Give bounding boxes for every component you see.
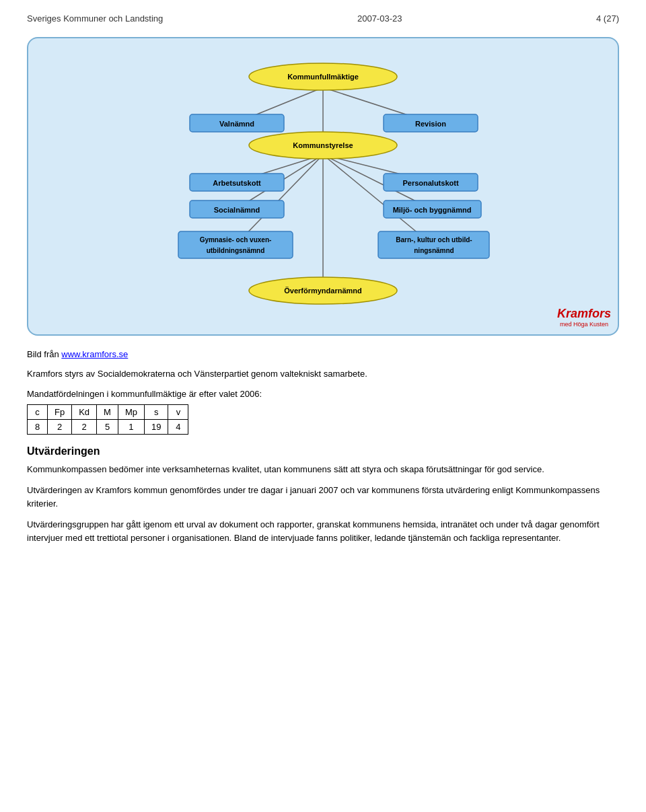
svg-rect-20 — [378, 231, 489, 258]
org-chart-svg: Kommunfullmäktige Valnämnd Revision Komm… — [87, 59, 559, 314]
mandate-headers-row: c Fp Kd M Mp s v — [28, 404, 188, 419]
intro-paragraph: Kramfors styrs av Socialdemokraterna och… — [27, 367, 619, 381]
node-personalutskott: Personalutskott — [402, 179, 458, 187]
document-date: 2007-03-23 — [357, 13, 402, 24]
col-v: v — [168, 404, 188, 419]
val-s: 19 — [144, 419, 168, 434]
mandate-table: c Fp Kd M Mp s v 8 2 2 5 1 19 4 — [27, 404, 188, 435]
org-name: Sveriges Kommuner och Landsting — [27, 13, 163, 24]
col-kd: Kd — [72, 404, 97, 419]
col-mp: Mp — [118, 404, 144, 419]
node-barn: Barn-, kultur och utbild- — [396, 236, 472, 244]
node-kommunstyrelse: Kommunstyrelse — [293, 141, 353, 149]
col-fp: Fp — [48, 404, 72, 419]
kramfors-logo: Kramfors med Höga Kusten — [557, 307, 611, 328]
val-c: 8 — [28, 419, 48, 434]
col-s: s — [144, 404, 168, 419]
page-header: Sveriges Kommuner och Landsting 2007-03-… — [27, 13, 619, 24]
kramfors-link[interactable]: www.kramfors.se — [61, 349, 128, 359]
svg-text:utbildningsnämnd: utbildningsnämnd — [207, 247, 265, 254]
svg-rect-18 — [178, 231, 293, 258]
col-c: c — [28, 404, 48, 419]
org-chart-container: Kommunfullmäktige Valnämnd Revision Komm… — [27, 37, 619, 336]
node-kommunfullmaktige: Kommunfullmäktige — [287, 73, 359, 81]
image-caption: Bild från www.kramfors.se — [27, 349, 619, 359]
node-miljo: Miljö- och byggnämnd — [393, 206, 472, 214]
node-valnämnd: Valnämnd — [219, 120, 254, 128]
utvardering-p1: Kommunkompassen bedömer inte verksamhete… — [27, 463, 619, 476]
utvardering-p2: Utvärderingen av Kramfors kommun genomfö… — [27, 484, 619, 510]
val-fp: 2 — [48, 419, 72, 434]
val-v: 4 — [168, 419, 188, 434]
val-m: 5 — [97, 419, 118, 434]
page-number: 4 (27) — [596, 13, 619, 24]
mandate-heading: Mandatfördelningen i kommunfullmäktige ä… — [27, 389, 619, 399]
col-m: M — [97, 404, 118, 419]
node-arbetsutskott: Arbetsutskott — [213, 179, 261, 187]
utvardering-heading: Utvärderingen — [27, 445, 619, 457]
mandate-values-row: 8 2 2 5 1 19 4 — [28, 419, 188, 434]
val-mp: 1 — [118, 419, 144, 434]
utvardering-p3: Utvärderingsgruppen har gått igenom ett … — [27, 518, 619, 544]
val-kd: 2 — [72, 419, 97, 434]
svg-text:ningsnämnd: ningsnämnd — [414, 247, 454, 254]
node-socialnämnd: Socialnämnd — [214, 206, 260, 214]
node-overformal: Överförmyndarnämnd — [284, 287, 362, 295]
node-revision: Revision — [415, 120, 446, 128]
node-gymnasie: Gymnasie- och vuxen- — [200, 236, 272, 244]
